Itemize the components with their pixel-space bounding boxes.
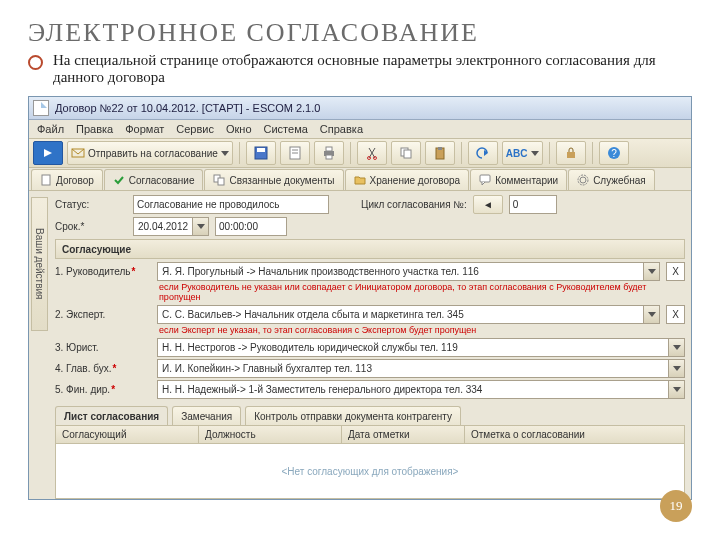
subtab-approval-sheet[interactable]: Лист согласования <box>55 406 168 425</box>
menu-item[interactable]: Система <box>264 123 308 135</box>
chevron-down-icon <box>648 269 656 274</box>
side-panel-label[interactable]: Ваши действия <box>31 197 48 331</box>
tab-label: Комментарии <box>495 175 558 186</box>
send-for-approval-label: Отправить на согласование <box>88 148 218 159</box>
paste-button[interactable] <box>425 141 455 165</box>
checkmark-icon <box>113 174 125 186</box>
main-tab-bar: Договор Согласование Связанные документы… <box>29 168 691 191</box>
col-approver: Согласующий <box>56 426 199 443</box>
window-title: Договор №22 от 10.04.2012. [СТАРТ] - ESC… <box>55 102 320 114</box>
svg-marker-0 <box>44 149 52 157</box>
svg-rect-20 <box>42 175 50 185</box>
tab-contract[interactable]: Договор <box>31 169 103 190</box>
menu-item[interactable]: Окно <box>226 123 252 135</box>
copy-icon <box>399 146 413 160</box>
col-mark: Отметка о согласовании <box>465 426 684 443</box>
dropdown-button[interactable] <box>668 339 684 356</box>
deadline-label: Срок.* <box>55 221 127 232</box>
approver-4-label: 4. Глав. бух.* <box>55 363 151 374</box>
menu-item[interactable]: Правка <box>76 123 113 135</box>
approval-table-header: Согласующий Должность Дата отметки Отмет… <box>55 425 685 444</box>
bullet-icon <box>28 55 43 70</box>
title-bar: Договор №22 от 10.04.2012. [СТАРТ] - ESC… <box>29 97 691 120</box>
window-icon <box>33 100 49 116</box>
approver-1-select[interactable]: Я. Я. Прогульный -> Начальник производст… <box>157 262 660 281</box>
cycle-field: 0 <box>509 195 557 214</box>
svg-point-24 <box>580 177 586 183</box>
application-window: Договор №22 от 10.04.2012. [СТАРТ] - ESC… <box>28 96 692 500</box>
copy-button[interactable] <box>391 141 421 165</box>
approver-2-clear-button[interactable]: X <box>666 305 685 324</box>
dropdown-button[interactable] <box>668 381 684 398</box>
link-icon <box>213 174 225 186</box>
tab-label: Договор <box>56 175 94 186</box>
chevron-down-icon <box>648 312 656 317</box>
dropdown-button[interactable] <box>643 263 659 280</box>
subtab-send-control[interactable]: Контроль отправки документа контрагенту <box>245 406 461 425</box>
approver-3-select[interactable]: Н. Н. Нестрогов -> Руководитель юридичес… <box>157 338 685 357</box>
svg-rect-3 <box>257 148 265 152</box>
toolbar: Отправить на согласование ABC ? <box>29 139 691 168</box>
dropdown-button[interactable] <box>643 306 659 323</box>
prev-cycle-button[interactable]: ◄ <box>473 195 503 214</box>
approver-4-value: И. И. Копейкин-> Главный бухгалтер тел. … <box>158 363 668 374</box>
menu-item[interactable]: Файл <box>37 123 64 135</box>
cut-button[interactable] <box>357 141 387 165</box>
play-icon <box>43 148 53 158</box>
dropdown-button[interactable] <box>192 218 208 235</box>
chevron-down-icon <box>221 151 229 156</box>
approver-1-clear-button[interactable]: X <box>666 262 685 281</box>
undo-button[interactable] <box>468 141 498 165</box>
svg-rect-13 <box>404 150 411 158</box>
tab-service[interactable]: Служебная <box>568 169 655 190</box>
menu-item[interactable]: Сервис <box>176 123 214 135</box>
lock-icon <box>564 146 578 160</box>
print-button[interactable] <box>314 141 344 165</box>
chevron-down-icon <box>673 366 681 371</box>
approval-table-body: <Нет согласующих для отображения> <box>55 444 685 499</box>
tab-label: Согласование <box>129 175 195 186</box>
chevron-down-icon <box>673 345 681 350</box>
svg-rect-17 <box>567 152 575 158</box>
document-icon <box>40 174 52 186</box>
dropdown-button[interactable] <box>668 360 684 377</box>
approver-1-value: Я. Я. Прогульный -> Начальник производст… <box>158 266 643 277</box>
spellcheck-button[interactable]: ABC <box>502 141 543 165</box>
lock-button[interactable] <box>556 141 586 165</box>
tab-label: Хранение договора <box>370 175 461 186</box>
tab-related-docs[interactable]: Связанные документы <box>204 169 343 190</box>
approver-2-select[interactable]: С. С. Васильев-> Начальник отдела сбыта … <box>157 305 660 324</box>
help-button[interactable]: ? <box>599 141 629 165</box>
menu-item[interactable]: Справка <box>320 123 363 135</box>
col-date: Дата отметки <box>342 426 465 443</box>
sheet-icon <box>288 146 302 160</box>
subtab-remarks[interactable]: Замечания <box>172 406 241 425</box>
deadline-time-input[interactable]: 00:00:00 <box>215 217 287 236</box>
send-for-approval-button[interactable]: Отправить на согласование <box>67 141 233 165</box>
save-button[interactable] <box>246 141 276 165</box>
tab-approval[interactable]: Согласование <box>104 169 204 190</box>
chevron-down-icon <box>673 387 681 392</box>
svg-rect-9 <box>326 155 332 159</box>
play-button[interactable] <box>33 141 63 165</box>
properties-button[interactable] <box>280 141 310 165</box>
slide-title: ЭЛЕКТРОННОЕ СОГЛАСОВАНИЕ <box>28 18 692 48</box>
approver-5-select[interactable]: Н. Н. Надежный-> 1-й Заместитель генерал… <box>157 380 685 399</box>
tab-storage[interactable]: Хранение договора <box>345 169 470 190</box>
mail-icon <box>71 147 85 159</box>
status-field: Согласование не проводилось <box>133 195 329 214</box>
folder-icon <box>354 174 366 186</box>
page-number-badge: 19 <box>660 490 692 522</box>
col-position: Должность <box>199 426 342 443</box>
deadline-date-input[interactable]: 20.04.2012 <box>133 217 209 236</box>
svg-rect-8 <box>326 147 332 151</box>
tab-comments[interactable]: Комментарии <box>470 169 567 190</box>
menu-item[interactable]: Формат <box>125 123 164 135</box>
undo-icon <box>476 147 490 159</box>
approver-2-label: 2. Эксперт. <box>55 309 151 320</box>
gear-icon <box>577 174 589 186</box>
approver-4-select[interactable]: И. И. Копейкин-> Главный бухгалтер тел. … <box>157 359 685 378</box>
comment-icon <box>479 174 491 186</box>
svg-rect-23 <box>480 175 490 182</box>
empty-table-message: <Нет согласующих для отображения> <box>282 466 459 477</box>
